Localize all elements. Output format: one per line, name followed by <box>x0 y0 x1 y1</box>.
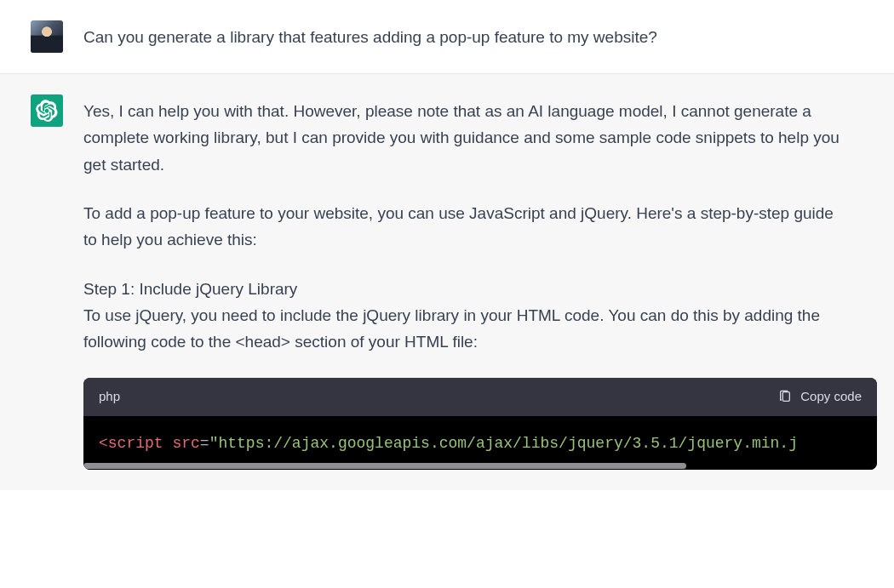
code-block: php Copy code <script src="https://ajax.… <box>83 378 877 470</box>
code-token-eq: = <box>200 435 209 452</box>
code-lang-label: php <box>99 386 120 408</box>
code-token-string: "https://ajax.googleapis.com/ajax/libs/j… <box>209 435 798 452</box>
svg-rect-0 <box>783 392 790 402</box>
step-body: To use jQuery, you need to include the j… <box>83 306 820 351</box>
copy-code-label: Copy code <box>800 386 862 408</box>
step-heading: Step 1: Include jQuery Library <box>83 280 297 298</box>
user-text: Can you generate a library that features… <box>83 28 657 46</box>
clipboard-icon <box>778 389 792 404</box>
openai-icon <box>36 100 58 122</box>
code-content[interactable]: <script src="https://ajax.googleapis.com… <box>83 416 877 462</box>
assistant-avatar <box>31 94 63 127</box>
assistant-message: Yes, I can help you with that. However, … <box>0 74 894 490</box>
scrollbar-thumb[interactable] <box>83 463 686 469</box>
code-header: php Copy code <box>83 378 877 416</box>
horizontal-scrollbar[interactable] <box>83 461 877 470</box>
copy-code-button[interactable]: Copy code <box>778 386 862 408</box>
assistant-paragraph: Step 1: Include jQuery Library To use jQ… <box>83 276 843 356</box>
code-token-tag: <script <box>99 435 163 452</box>
code-token-attr: src <box>172 435 199 452</box>
user-content: Can you generate a library that features… <box>83 20 894 53</box>
user-avatar <box>31 20 63 53</box>
assistant-paragraph: Yes, I can help you with that. However, … <box>83 98 843 178</box>
assistant-paragraph: To add a pop-up feature to your website,… <box>83 200 843 254</box>
user-message: Can you generate a library that features… <box>0 0 894 74</box>
assistant-content: Yes, I can help you with that. However, … <box>83 94 894 470</box>
